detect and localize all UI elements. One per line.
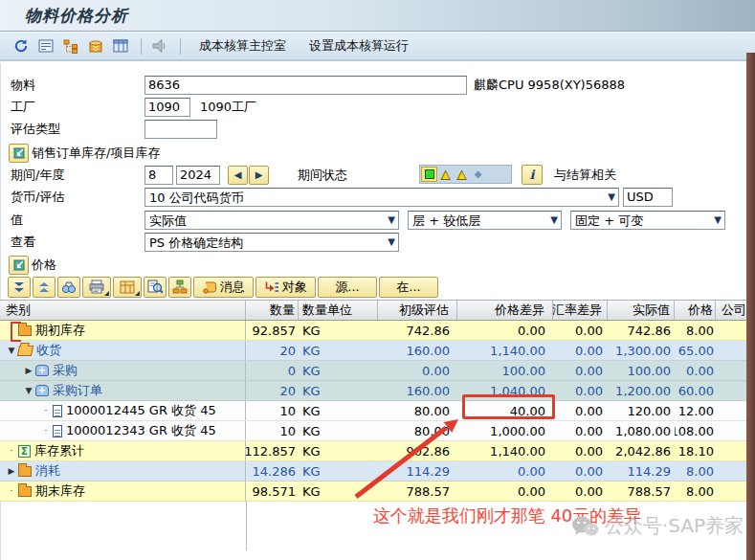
- messages-button[interactable]: 消息: [193, 277, 254, 298]
- tree-toggle-icon[interactable]: ▼: [6, 346, 17, 355]
- table-row[interactable]: ·期初库存92.857KG742.860.000.00742.868.00: [0, 321, 755, 341]
- category-label: 采购: [53, 362, 78, 379]
- source-button[interactable]: 源...: [318, 277, 377, 298]
- category-cell[interactable]: ▶+采购: [0, 361, 246, 380]
- view-select[interactable]: PS 价格确定结构 ▼: [144, 233, 399, 252]
- header-category[interactable]: 类别: [0, 301, 246, 320]
- hierarchy-view-button[interactable]: [168, 277, 191, 298]
- refresh-icon[interactable]: [10, 35, 33, 56]
- category-cell[interactable]: ▶消耗: [0, 461, 246, 481]
- price-table-body: ·期初库存92.857KG742.860.000.00742.868.00▼收货…: [0, 321, 755, 502]
- table-row[interactable]: ·1000012445 GR 收货 4510KG80.0040.000.0012…: [0, 401, 755, 421]
- tree-toggle-icon[interactable]: ▼: [23, 386, 34, 395]
- header-exchange-diff[interactable]: 汇率差异: [553, 301, 608, 320]
- actual-value-cell: 1,080.00: [608, 421, 675, 440]
- currency-label: 货币/评估: [11, 189, 64, 206]
- tray-arrow-icon: [12, 258, 26, 272]
- table-row[interactable]: ·期末库存98.571KG788.570.000.00788.578.00: [0, 482, 755, 502]
- table-row[interactable]: ·Σ库存累计112.857KG902.861,140.000.002,042.8…: [0, 441, 755, 461]
- period-year-input[interactable]: [176, 166, 220, 185]
- price-diff-cell: 0.00: [457, 321, 553, 340]
- header-preliminary[interactable]: 初级评估: [378, 301, 457, 320]
- table-row[interactable]: ▼+采购订单20KG160.001,040.000.001,200.0060.0…: [0, 381, 755, 401]
- period-status-panel: ▲ ▲ ◆: [419, 165, 512, 184]
- cost-component-select[interactable]: 固定 + 可变 ▼: [570, 211, 725, 230]
- prices-section-button[interactable]: [9, 256, 29, 275]
- chevron-down-icon: ▼: [714, 214, 722, 225]
- chevron-down-icon: ▼: [388, 214, 395, 225]
- info-button[interactable]: i: [522, 165, 543, 185]
- category-cell[interactable]: ·Σ库存累计: [0, 441, 246, 460]
- header-actual[interactable]: 实际值: [608, 301, 675, 320]
- category-cell[interactable]: ·期末库存: [0, 482, 246, 501]
- status-yellow-triangle-icon[interactable]: ▲: [437, 167, 454, 182]
- column-divider-line: [246, 501, 247, 550]
- valuation-type-input[interactable]: [144, 120, 217, 139]
- price-cell: 65.00: [675, 341, 716, 360]
- grid-toolbar: 消息 对象 源... 在...: [0, 275, 438, 299]
- hierarchy-icon[interactable]: [59, 35, 82, 56]
- price-diff-cell: 0.00: [457, 461, 553, 481]
- header-price[interactable]: 价格: [675, 301, 716, 320]
- table-row[interactable]: ▼收货20KG160.001,140.000.001,300.0065.00: [0, 341, 755, 361]
- find-button[interactable]: [57, 277, 80, 298]
- doc-icon: [53, 405, 62, 417]
- category-cell[interactable]: ▼收货: [0, 341, 246, 360]
- price-drum-icon[interactable]: [84, 35, 107, 56]
- status-yellow-triangle-icon[interactable]: ▲: [454, 167, 470, 182]
- value-label: 值: [11, 212, 23, 229]
- costing-cockpit-button[interactable]: 成本核算主控室: [188, 35, 298, 56]
- unit-cell: KG: [299, 461, 378, 481]
- layout-button[interactable]: [113, 277, 142, 298]
- columns-icon[interactable]: [109, 35, 132, 56]
- detail-view-icon[interactable]: [34, 35, 57, 56]
- category-cell[interactable]: ·期初库存: [0, 321, 246, 340]
- next-period-button[interactable]: ▶: [249, 166, 269, 185]
- previous-period-button[interactable]: ◀: [228, 166, 248, 185]
- table-row[interactable]: ·1000012343 GR 收货 4510KG80.001,000.000.0…: [0, 421, 755, 441]
- category-label: 1000012445 GR 收货 45: [66, 402, 216, 419]
- quantity-cell: 20: [246, 381, 299, 400]
- folder-icon: [18, 486, 32, 497]
- display-document-button[interactable]: [144, 277, 167, 298]
- objects-button[interactable]: 对象: [255, 277, 316, 298]
- red-bracket-annotation: [11, 322, 21, 342]
- value-select[interactable]: 实际值 ▼: [144, 211, 399, 230]
- exchange-diff-cell: 0.00: [553, 361, 608, 380]
- header-price-diff[interactable]: 价格差异: [457, 301, 553, 320]
- period-month-input[interactable]: [144, 166, 173, 185]
- layer-select[interactable]: 层 + 较低层 ▼: [408, 211, 562, 230]
- set-costing-run-button[interactable]: 设置成本核算运行: [298, 35, 420, 56]
- in-button[interactable]: 在...: [379, 277, 438, 298]
- tray-arrow-icon: [12, 146, 26, 160]
- collapse-all-button[interactable]: [33, 277, 56, 298]
- screen-edge-strip: [746, 53, 755, 560]
- tree-toggle-icon[interactable]: ▶: [23, 366, 34, 375]
- category-cell[interactable]: ·1000012445 GR 收货 45: [0, 401, 246, 420]
- actual-value-cell: 2,042.86: [608, 441, 675, 460]
- preliminary-cell: 0.00: [378, 361, 457, 380]
- expand-all-button[interactable]: [8, 277, 31, 298]
- plant-input[interactable]: [144, 98, 190, 117]
- table-row[interactable]: ▶消耗14.286KG114.290.000.00114.298.00: [0, 461, 755, 482]
- megaphone-icon[interactable]: [148, 35, 171, 56]
- tree-toggle-icon[interactable]: ▶: [6, 466, 17, 476]
- print-button[interactable]: [82, 277, 111, 298]
- category-label: 采购订单: [53, 382, 102, 399]
- status-blue-diamond-icon[interactable]: ◆: [470, 167, 486, 182]
- status-green-square-icon[interactable]: [421, 167, 437, 182]
- header-unit[interactable]: 数量单位: [299, 301, 378, 320]
- header-quantity[interactable]: 数量: [246, 301, 299, 320]
- material-input[interactable]: [144, 76, 467, 95]
- category-label: 期初库存: [35, 322, 85, 339]
- quantity-cell: 10: [246, 421, 299, 440]
- currency-select[interactable]: 10 公司代码货币 ▼: [144, 188, 619, 207]
- sales-order-stock-button[interactable]: [9, 144, 29, 163]
- table-row[interactable]: ▶+采购0KG0.00100.000.00100.000.00: [0, 361, 755, 381]
- category-cell[interactable]: ▼+采购订单: [0, 381, 246, 400]
- toolbar-separator: [180, 38, 181, 55]
- category-cell[interactable]: ·1000012343 GR 收货 45: [0, 421, 246, 440]
- unit-cell: KG: [299, 341, 378, 360]
- currency-code-field[interactable]: USD: [623, 188, 673, 207]
- order-icon: +: [35, 385, 49, 396]
